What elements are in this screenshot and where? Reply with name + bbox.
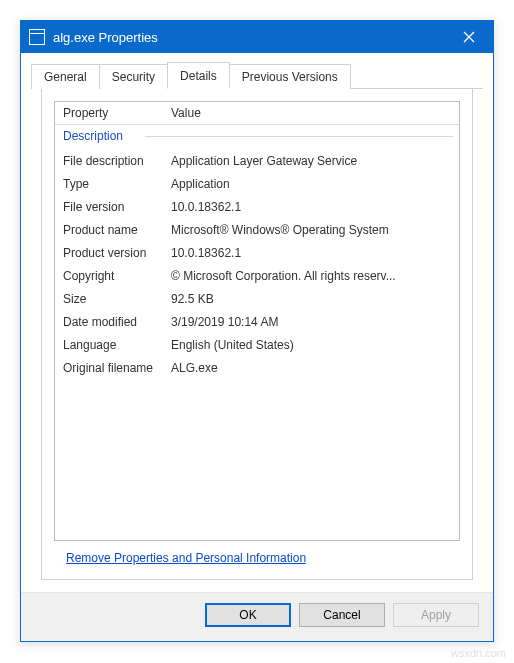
value-file-description: Application Layer Gateway Service — [167, 152, 459, 170]
label-original-filename: Original filename — [55, 359, 167, 377]
remove-properties-link[interactable]: Remove Properties and Personal Informati… — [66, 551, 306, 565]
row-product-version[interactable]: Product version 10.0.18362.1 — [55, 242, 459, 265]
header-property: Property — [55, 106, 167, 120]
properties-window: alg.exe Properties General Security Deta… — [20, 20, 494, 642]
properties-list[interactable]: Property Value Description File descript… — [54, 101, 460, 541]
tab-general[interactable]: General — [31, 64, 100, 89]
row-size[interactable]: Size 92.5 KB — [55, 288, 459, 311]
value-size: 92.5 KB — [167, 290, 459, 308]
button-row: OK Cancel Apply — [21, 592, 493, 641]
row-date-modified[interactable]: Date modified 3/19/2019 10:14 AM — [55, 311, 459, 334]
label-copyright: Copyright — [55, 267, 167, 285]
titlebar[interactable]: alg.exe Properties — [21, 21, 493, 53]
list-header: Property Value — [55, 102, 459, 125]
tab-security[interactable]: Security — [99, 64, 168, 89]
row-copyright[interactable]: Copyright © Microsoft Corporation. All r… — [55, 265, 459, 288]
label-size: Size — [55, 290, 167, 308]
cancel-button[interactable]: Cancel — [299, 603, 385, 627]
section-description: Description — [55, 125, 459, 143]
row-type[interactable]: Type Application — [55, 173, 459, 196]
tabs-area: General Security Details Previous Versio… — [21, 53, 493, 592]
close-icon — [463, 31, 475, 43]
header-value: Value — [167, 106, 459, 120]
value-product-name: Microsoft® Windows® Operating System — [167, 221, 459, 239]
tab-previous-versions[interactable]: Previous Versions — [229, 64, 351, 89]
value-file-version: 10.0.18362.1 — [167, 198, 459, 216]
value-original-filename: ALG.exe — [167, 359, 459, 377]
label-type: Type — [55, 175, 167, 193]
label-file-description: File description — [55, 152, 167, 170]
label-product-name: Product name — [55, 221, 167, 239]
value-product-version: 10.0.18362.1 — [167, 244, 459, 262]
tab-details[interactable]: Details — [167, 62, 230, 89]
label-date-modified: Date modified — [55, 313, 167, 331]
link-row: Remove Properties and Personal Informati… — [54, 541, 460, 567]
section-divider — [145, 136, 453, 137]
watermark: wsxdn.com — [451, 647, 506, 659]
app-icon — [29, 29, 45, 45]
close-button[interactable] — [449, 23, 489, 51]
tabs: General Security Details Previous Versio… — [31, 61, 483, 89]
row-original-filename[interactable]: Original filename ALG.exe — [55, 357, 459, 380]
label-file-version: File version — [55, 198, 167, 216]
row-language[interactable]: Language English (United States) — [55, 334, 459, 357]
label-product-version: Product version — [55, 244, 167, 262]
row-file-version[interactable]: File version 10.0.18362.1 — [55, 196, 459, 219]
window-title: alg.exe Properties — [53, 30, 449, 45]
value-copyright: © Microsoft Corporation. All rights rese… — [167, 267, 459, 285]
tab-content: Property Value Description File descript… — [41, 89, 473, 580]
row-file-description[interactable]: File description Application Layer Gatew… — [55, 150, 459, 173]
row-product-name[interactable]: Product name Microsoft® Windows® Operati… — [55, 219, 459, 242]
label-language: Language — [55, 336, 167, 354]
value-date-modified: 3/19/2019 10:14 AM — [167, 313, 459, 331]
value-language: English (United States) — [167, 336, 459, 354]
ok-button[interactable]: OK — [205, 603, 291, 627]
value-type: Application — [167, 175, 459, 193]
apply-button: Apply — [393, 603, 479, 627]
